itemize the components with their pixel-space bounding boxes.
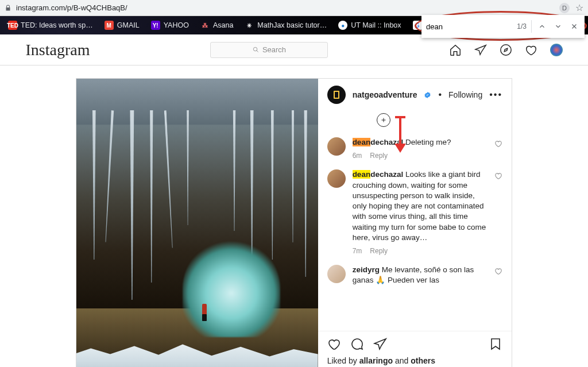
svg-marker-5 [504,48,508,52]
search-icon [253,47,259,53]
follow-state[interactable]: Following [448,90,482,99]
svg-point-2 [253,47,257,51]
liked-by-others[interactable]: others [411,356,435,365]
like-comment-icon[interactable] [494,140,502,148]
verified-badge-icon [424,91,431,99]
bookmark-item[interactable]: MGMAIL [101,19,143,32]
comment-time: 6m [353,151,362,160]
find-in-page: 1/3 [421,15,585,38]
gdocs-icon: G [413,21,422,30]
post-image[interactable] [76,79,318,367]
commenter-username[interactable]: deandechazal [353,170,404,179]
commenter-username[interactable]: zeidyrg [353,265,380,274]
mathjax-icon: ✳ [245,21,254,30]
post-sidebar: natgeoadventure • Following ••• deandech… [318,79,512,367]
bookmark-item[interactable]: Y!YAHOO [148,19,192,32]
bookmark-item[interactable]: ●UT Mail :: Inbox [335,19,404,32]
plus-icon [380,117,387,123]
extension-icon[interactable]: D [559,3,570,13]
save-icon[interactable] [489,337,502,351]
commenter-username[interactable]: deandechazal [353,138,404,146]
reply-button[interactable]: Reply [370,246,388,256]
find-input[interactable] [426,22,512,31]
bookmark-item[interactable]: ⁂Asana [197,19,237,32]
asana-icon: ⁂ [200,21,210,30]
header-nav-icons [449,44,563,56]
comment-text: Deleting me? [403,138,451,146]
share-icon[interactable] [373,337,387,351]
ted-icon: TED [8,21,17,30]
activity-heart-icon[interactable] [525,44,537,56]
yahoo-icon: Y! [151,21,160,30]
gmail-icon: M [105,21,114,30]
instagram-logo[interactable]: Instagram [26,41,90,59]
author-username[interactable]: natgeoadventure [353,90,417,99]
comment-time: 7m [353,246,362,256]
comment: zeidyrg Me levante, soñé o son las ganas… [327,260,502,290]
find-count: 1/3 [517,22,527,30]
tagged-people-button[interactable] [377,113,390,127]
post-action-bar [318,331,512,356]
svg-line-3 [257,51,258,52]
liked-by-user[interactable]: allaringo [359,356,393,365]
like-comment-icon[interactable] [494,172,502,180]
home-icon[interactable] [449,44,462,56]
divider [531,20,532,33]
bookmark-item[interactable]: ✳MathJax basic tutor… [241,19,330,32]
comment: deandechazal Looks like a giant bird cro… [327,165,502,260]
commenter-avatar[interactable] [327,265,346,283]
likes-summary[interactable]: Liked by allaringo and others [318,356,512,365]
like-icon[interactable] [327,337,341,351]
lock-icon [5,5,11,11]
like-comment-icon[interactable] [494,267,502,275]
profile-avatar-icon[interactable] [550,44,563,56]
browser-url-bar: instagram.com/p/B-wQ4CHBaqB/ D ☆ [0,0,588,16]
bookmark-item[interactable]: TEDTED: Ideas worth sp… [5,19,96,32]
comment-icon[interactable] [350,337,364,351]
post-header: natgeoadventure • Following ••• [318,79,512,111]
search-input[interactable]: Search [210,42,328,58]
commenter-avatar[interactable] [327,169,346,188]
svg-point-4 [500,44,510,55]
find-next-button[interactable] [552,22,564,30]
separator-dot: • [438,90,442,100]
comments-scroll[interactable]: deandechazal Deleting me? 6mReply deande… [318,111,512,331]
find-prev-button[interactable] [536,22,548,30]
instagram-header: Instagram Search [0,34,588,65]
commenter-avatar[interactable] [327,137,346,156]
explore-icon[interactable] [500,44,512,56]
comment: deandechazal Deleting me? 6mReply [327,133,502,165]
post: natgeoadventure • Following ••• deandech… [76,78,512,367]
utmail-icon: ● [338,21,347,30]
find-close-button[interactable] [568,22,580,30]
url-text[interactable]: instagram.com/p/B-wQ4CHBaqB/ [16,3,556,12]
bookmark-star-icon[interactable]: ☆ [575,2,583,13]
reply-button[interactable]: Reply [370,151,388,160]
comment-text: Looks like a giant bird crouching down, … [353,170,486,241]
direct-icon[interactable] [474,44,487,56]
post-more-button[interactable]: ••• [489,90,502,100]
author-avatar[interactable] [327,86,346,104]
